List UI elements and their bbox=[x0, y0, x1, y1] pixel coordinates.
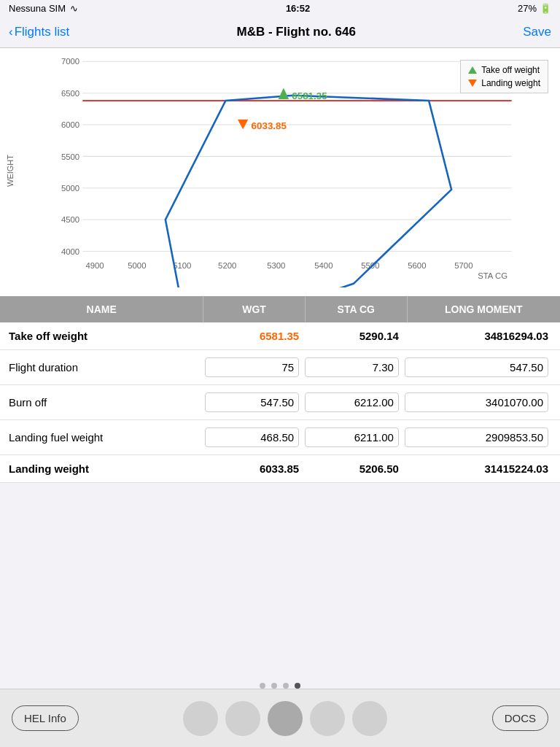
wifi-icon: ∿ bbox=[70, 3, 78, 14]
chart-inner: 7000 6500 6000 5500 5000 4500 4000 4900 … bbox=[18, 54, 554, 287]
chart-legend: Take off weight Landing weight bbox=[460, 60, 548, 93]
status-left: Nessuna SIM ∿ bbox=[9, 3, 78, 14]
tab-icon-btn-5[interactable] bbox=[352, 701, 387, 736]
svg-text:5700: 5700 bbox=[454, 261, 472, 270]
page-title: M&B - Flight no. 646 bbox=[237, 25, 356, 39]
tab-icons-group bbox=[183, 701, 387, 736]
carrier-label: Nessuna SIM bbox=[9, 3, 66, 14]
takeoff-triangle-icon bbox=[468, 66, 477, 74]
svg-text:5500: 5500 bbox=[61, 152, 79, 161]
back-button[interactable]: ‹ Flights list bbox=[9, 25, 69, 39]
table-row: Landing weight 6033.85 5206.50 31415224.… bbox=[0, 455, 560, 483]
col-header-moment: LONG MOMENT bbox=[408, 296, 560, 322]
tab-icon-btn-4[interactable] bbox=[310, 701, 345, 736]
svg-text:5400: 5400 bbox=[314, 261, 332, 270]
hel-info-button[interactable]: HEL Info bbox=[12, 705, 79, 731]
duration-input[interactable] bbox=[205, 357, 299, 377]
svg-text:6000: 6000 bbox=[61, 120, 79, 129]
row-wgt-burnoff bbox=[205, 392, 305, 412]
landing-fuel-sta bbox=[305, 427, 399, 447]
row-wgt-landing-fuel bbox=[205, 427, 305, 447]
landing-triangle-icon bbox=[468, 80, 477, 87]
page-dot-2 bbox=[271, 683, 277, 689]
status-time: 16:52 bbox=[286, 3, 310, 14]
duration-sta bbox=[305, 357, 399, 377]
table-row: Landing fuel weight bbox=[0, 420, 560, 455]
table-row: Burn off bbox=[0, 385, 560, 420]
landing-fuel-wgt bbox=[205, 427, 299, 447]
tab-icon-btn-3[interactable] bbox=[268, 701, 303, 736]
row-moment-landing-fuel bbox=[405, 427, 554, 447]
status-bar: Nessuna SIM ∿ 16:52 27% 🔋 bbox=[0, 0, 560, 16]
svg-text:4500: 4500 bbox=[61, 215, 79, 224]
svg-text:7000: 7000 bbox=[61, 57, 79, 66]
battery-icon: 🔋 bbox=[540, 3, 551, 14]
nav-bar: ‹ Flights list M&B - Flight no. 646 Save bbox=[0, 16, 560, 48]
back-chevron-icon: ‹ bbox=[9, 25, 13, 39]
svg-text:4000: 4000 bbox=[61, 247, 79, 256]
row-wgt-takeoff: 6581.35 bbox=[205, 330, 305, 342]
svg-text:5300: 5300 bbox=[267, 261, 285, 270]
row-name-landing-fuel: Landing fuel weight bbox=[6, 431, 205, 444]
row-wgt-duration bbox=[205, 357, 305, 377]
table-row: Take off weight 6581.35 5290.14 34816294… bbox=[0, 322, 560, 350]
takeoff-legend-label: Take off weight bbox=[481, 65, 540, 75]
row-sta-burnoff bbox=[305, 392, 405, 412]
duration-moment bbox=[405, 357, 548, 377]
row-moment-burnoff bbox=[405, 392, 554, 412]
docs-button[interactable]: DOCS bbox=[492, 705, 548, 731]
row-name-takeoff: Take off weight bbox=[6, 330, 205, 342]
landing-fuel-moment bbox=[405, 427, 548, 447]
row-name-burnoff: Burn off bbox=[6, 396, 205, 409]
burnoff-sta bbox=[305, 392, 399, 412]
svg-text:4900: 4900 bbox=[85, 261, 104, 270]
col-header-name: NAME bbox=[0, 296, 203, 322]
row-moment-duration bbox=[405, 357, 554, 377]
page-dot-4 bbox=[295, 683, 300, 689]
data-table: NAME WGT STA CG LONG MOMENT Take off wei… bbox=[0, 296, 560, 483]
table-row: Flight duration bbox=[0, 350, 560, 385]
svg-text:5000: 5000 bbox=[128, 261, 146, 270]
svg-text:6581.35: 6581.35 bbox=[292, 90, 327, 101]
svg-text:6500: 6500 bbox=[61, 89, 79, 98]
table-header: NAME WGT STA CG LONG MOMENT bbox=[0, 296, 560, 322]
row-sta-takeoff: 5290.14 bbox=[305, 330, 405, 342]
svg-text:5000: 5000 bbox=[61, 184, 79, 193]
row-wgt-landing: 6033.85 bbox=[205, 462, 305, 475]
legend-landing: Landing weight bbox=[468, 78, 540, 88]
page-dot-3 bbox=[283, 683, 289, 689]
burnoff-moment bbox=[405, 392, 548, 412]
col-header-sta: STA CG bbox=[306, 296, 408, 322]
status-right: 27% 🔋 bbox=[518, 3, 551, 14]
row-moment-takeoff: 34816294.03 bbox=[405, 330, 554, 342]
save-button[interactable]: Save bbox=[523, 25, 551, 39]
landing-legend-label: Landing weight bbox=[481, 78, 540, 88]
burnoff-wgt bbox=[205, 392, 299, 412]
row-name-landing: Landing weight bbox=[6, 462, 205, 475]
chart-container: WEIGHT 7000 6500 6000 5500 5000 4500 400… bbox=[0, 48, 560, 296]
y-axis-label: WEIGHT bbox=[6, 155, 15, 187]
legend-takeoff: Take off weight bbox=[468, 65, 540, 75]
row-sta-landing-fuel bbox=[305, 427, 405, 447]
row-sta-duration bbox=[305, 357, 405, 377]
svg-marker-25 bbox=[166, 96, 451, 287]
row-sta-landing: 5206.50 bbox=[305, 462, 405, 475]
row-name-duration: Flight duration bbox=[6, 361, 205, 374]
tab-icon-btn-2[interactable] bbox=[225, 701, 260, 736]
back-label: Flights list bbox=[15, 25, 70, 39]
tab-bar: HEL Info DOCS bbox=[0, 689, 560, 747]
col-header-wgt: WGT bbox=[203, 296, 306, 322]
svg-text:STA CG: STA CG bbox=[478, 271, 508, 280]
svg-text:5200: 5200 bbox=[218, 261, 236, 270]
battery-label: 27% bbox=[518, 3, 537, 14]
svg-text:5600: 5600 bbox=[408, 261, 426, 270]
pagination bbox=[0, 683, 560, 689]
tab-icon-btn-1[interactable] bbox=[183, 701, 218, 736]
svg-text:6033.85: 6033.85 bbox=[252, 120, 287, 131]
row-moment-landing: 31415224.03 bbox=[405, 462, 554, 475]
page-dot-1 bbox=[260, 683, 265, 689]
